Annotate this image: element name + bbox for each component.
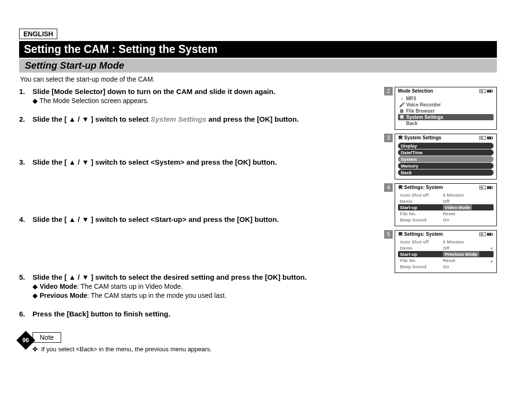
step-text: Slide the [ ▲ / ▼ ] switch to select <Sy…: [32, 158, 277, 167]
step-text: Slide the [ ▲ / ▼ ] switch to select <St…: [32, 215, 279, 224]
screen-title: 🛠 System Settings: [398, 135, 441, 140]
step-number: 5.: [19, 273, 28, 282]
screen-settings-system-4: 🛠 Settings: System IN Auto Shut off5 Min…: [395, 183, 497, 226]
note-text: ✤ If you select <Back> in the menu, the …: [32, 346, 378, 353]
card-icon: IN: [479, 232, 486, 237]
row-demo: DemoOff: [398, 245, 494, 251]
svg-rect-18: [487, 186, 488, 188]
steps-list: 1. Slide [Mode Selector] down to turn on…: [19, 87, 378, 353]
screen-step-badge: 4: [384, 183, 393, 192]
screens-column: 2 Mode Selection IN ♪MP3 🎤Voice Recorder…: [384, 87, 497, 277]
screen-settings-system-5: 🛠 Settings: System IN Auto Shut off5 Min…: [395, 230, 497, 273]
svg-rect-24: [492, 233, 493, 235]
row-autoshutoff: Auto Shut off5 Minutes: [398, 239, 494, 245]
screen-step-badge: 5: [384, 230, 393, 239]
menu-item-datetime: Date/Time: [398, 149, 494, 156]
screen-system-settings: 🛠 System Settings IN Display Date/Time S…: [395, 134, 497, 179]
step-sub: ◆ Video Mode: The CAM starts up in Video…: [32, 282, 378, 292]
svg-rect-13: [490, 136, 491, 138]
battery-icon: [487, 185, 494, 190]
battery-icon: [487, 136, 494, 140]
row-autoshutoff: Auto Shut off5 Minutes: [398, 192, 494, 198]
step-number: 1.: [19, 87, 28, 96]
screen-mode-selection: Mode Selection IN ♪MP3 🎤Voice Recorder 🗎…: [395, 87, 497, 130]
step-number: 2.: [19, 115, 28, 124]
row-beepsound: Beep SoundOn: [398, 217, 494, 223]
svg-rect-12: [489, 136, 490, 138]
svg-rect-20: [490, 186, 491, 188]
svg-rect-26: [489, 233, 490, 235]
card-icon: IN: [479, 136, 486, 140]
svg-rect-3: [492, 90, 493, 92]
svg-rect-27: [490, 233, 491, 235]
step-number: 4.: [19, 215, 28, 224]
svg-text:IN: IN: [481, 187, 483, 189]
section-heading: Setting Start-up Mode: [19, 59, 497, 73]
svg-rect-11: [487, 136, 488, 138]
row-fileno: File No.Reset: [398, 210, 494, 217]
menu-item-system-settings: 🛠System Settings: [398, 114, 494, 120]
row-fileno: File No.Reset: [398, 257, 494, 263]
step-text: Slide [Mode Selector] down to turn on th…: [32, 87, 275, 96]
menu-item-voice: 🎤Voice Recorder: [398, 102, 494, 108]
step-sub: ◆ The Mode Selection screen appears.: [32, 96, 378, 106]
screen-step-badge: 3: [384, 134, 393, 142]
menu-item-display: Display: [398, 143, 494, 149]
menu-item-mp3: ♪MP3: [398, 95, 494, 102]
language-label: ENGLISH: [19, 29, 57, 39]
svg-rect-19: [489, 186, 490, 188]
svg-text:IN: IN: [481, 90, 483, 93]
page-title: Setting the CAM : Setting the System: [19, 41, 497, 58]
menu-item-memory: Memory: [398, 163, 494, 169]
note-label: Note: [32, 332, 61, 343]
battery-icon: [487, 232, 494, 237]
battery-icon: [487, 89, 494, 94]
svg-rect-17: [492, 187, 493, 188]
svg-rect-10: [492, 137, 493, 138]
svg-rect-5: [489, 90, 490, 92]
step-text: Slide the [ ▲ / ▼ ] switch to select the…: [32, 273, 307, 282]
card-icon: IN: [479, 185, 486, 190]
screen-title: 🛠 Settings: System: [398, 185, 443, 190]
step-text: Slide the [ ▲ / ▼ ] switch to select Sys…: [32, 115, 299, 124]
screen-step-badge: 2: [384, 87, 393, 95]
svg-text:IN: IN: [481, 137, 483, 139]
step-text: Press the [Back] button to finish settin…: [32, 309, 170, 319]
screen-title: Mode Selection: [398, 88, 433, 94]
scroll-up-icon: ▲: [490, 246, 494, 250]
svg-rect-4: [487, 90, 488, 92]
svg-rect-25: [487, 233, 488, 235]
menu-item-system: System: [398, 156, 494, 162]
row-demo: DemoOff: [398, 198, 494, 204]
menu-item-filebrowser: 🗎File Browser: [398, 108, 494, 114]
intro-text: You can select the start-up mode of the …: [20, 75, 497, 83]
step-number: 6.: [19, 309, 28, 319]
svg-rect-6: [490, 90, 491, 92]
menu-item-back: Back: [398, 169, 494, 176]
row-startup: Start-upPrevious Mode: [398, 251, 494, 257]
scroll-down-icon: ▼: [490, 260, 494, 264]
card-icon: IN: [479, 89, 486, 94]
row-startup: Start-upVideo Mode: [398, 204, 494, 210]
step-number: 3.: [19, 158, 28, 167]
menu-item-back: Back: [398, 120, 494, 126]
step-sub: ◆ Previous Mode: The CAM starts up in th…: [32, 291, 378, 301]
screen-title: 🛠 Settings: System: [398, 231, 443, 237]
svg-text:IN: IN: [481, 233, 483, 236]
row-beepsound: Beep SoundOn: [398, 263, 494, 270]
